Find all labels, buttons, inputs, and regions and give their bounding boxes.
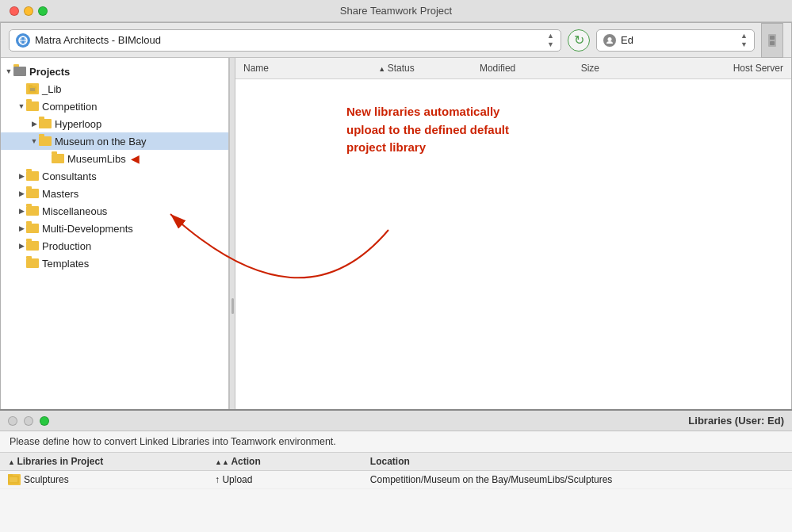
root-label: Projects [29,66,70,78]
lib-cell-location: Competition/Museum on the Bay/MuseumLibs… [370,474,784,485]
sculptures-location: Competition/Museum on the Bay/MuseumLibs… [370,474,612,485]
museumlibs-folder-icon [52,154,64,163]
tree-item-templates[interactable]: ▶ Templates [1,255,228,272]
tree-item-consultants[interactable]: ▶ Consultants [1,167,228,185]
annotation-container: New libraries automaticallyupload to the… [346,103,624,157]
root-folder-icon [13,67,26,76]
lib-col-action-header[interactable]: ▲▲ Action [215,456,370,467]
misc-label: Miscellaneous [42,205,107,217]
user-icon [603,34,616,47]
svg-rect-7 [29,86,36,93]
lib-col-location-label: Location [370,456,410,467]
divider-indicator [231,298,234,314]
hyperloop-label: Hyperloop [55,118,101,130]
maximize-button[interactable] [38,6,48,16]
svg-rect-12 [8,474,13,477]
templates-folder-icon [26,258,39,268]
user-label: Ed [621,34,736,46]
lib-title: Libraries (User: Ed) [688,415,784,427]
tree-root[interactable]: ▼ Projects [1,63,228,80]
museumlibs-arrow-indicator: ◀ [131,152,140,165]
window-controls [10,6,48,16]
lib-col-location-header[interactable]: Location [370,456,784,467]
tree-item-museum[interactable]: ▼ Museum on the Bay [1,132,228,150]
toolbar: Matra Architects - BIMcloud ▲▼ ↻ Ed ▲▼ [1,23,791,58]
lib-col-name-label: Libraries in Project [17,456,103,467]
svg-rect-13 [10,477,17,482]
multi-triangle: ▶ [17,224,26,233]
lib-name-sort-arrow: ▲ [8,458,17,466]
lib-table-header: ▲ Libraries in Project ▲▲ Action Locatio… [0,453,792,471]
multi-folder-icon [26,224,39,233]
col-name-header[interactable]: Name [243,63,378,74]
tree-item-production[interactable]: ▶ Production [1,237,228,255]
tree-item-museumlibs[interactable]: ▶ MuseumLibs ◀ [1,150,228,167]
museum-label: Museum on the Bay [55,136,147,147]
col-modified-header[interactable]: Modified [480,63,581,74]
lib-minimize-button[interactable] [24,416,33,426]
misc-folder-icon [26,206,39,216]
user-selector[interactable]: Ed ▲▼ [596,29,755,52]
museum-folder-icon [39,136,52,146]
lib-table-row[interactable]: Sculptures ↑ Upload Competition/Museum o… [0,471,792,489]
col-size-label: Size [581,63,599,74]
sculptures-action: ↑ Upload [215,474,252,485]
bimcloud-label: Matra Architects - BIMcloud [35,34,542,46]
museumlibs-label: MuseumLibs [67,153,126,165]
tree-item-lib[interactable]: ▶ _Lib [1,80,228,98]
svg-rect-5 [770,36,775,40]
svg-rect-6 [770,41,775,45]
lib-col-name-header[interactable]: ▲ Libraries in Project [8,456,215,467]
production-triangle: ▶ [17,241,26,251]
lib-close-button[interactable] [8,416,17,426]
col-status-header[interactable]: ▲ Status [378,63,480,74]
lib-action-sort-arrow: ▲▲ [215,458,231,466]
hyperloop-folder-icon [39,119,52,128]
lib-maximize-button[interactable] [40,416,49,426]
museum-triangle: ▼ [29,136,39,146]
tree-item-masters[interactable]: ▶ Masters [1,185,228,202]
root-triangle: ▼ [4,67,13,76]
svg-rect-8 [29,85,33,87]
competition-folder-icon [26,101,39,111]
lib-col-action-label: Action [231,456,260,467]
lib-cell-name: Sculptures [8,474,215,485]
user-stepper[interactable]: ▲▼ [740,32,748,48]
competition-triangle: ▼ [17,101,26,111]
masters-folder-icon [26,189,39,198]
col-size-header[interactable]: Size [581,63,649,74]
close-button[interactable] [10,6,19,16]
consultants-folder-icon [26,171,39,181]
production-folder-icon [26,241,39,251]
masters-label: Masters [42,188,78,200]
sculptures-name: Sculptures [24,474,69,485]
bimcloud-selector[interactable]: Matra Architects - BIMcloud ▲▼ [9,29,561,52]
lib-description: Please define how to convert Linked Libr… [0,431,792,453]
refresh-button[interactable]: ↻ [568,29,590,52]
competition-label: Competition [42,101,97,113]
bimcloud-stepper[interactable]: ▲▼ [547,32,554,48]
tree-item-competition[interactable]: ▼ Competition [1,98,228,115]
status-sort-arrow: ▲ [378,65,387,73]
tree-item-hyperloop[interactable]: ▶ Hyperloop [1,115,228,132]
production-label: Production [42,240,91,252]
col-host-header[interactable]: Host Server [649,63,783,74]
right-panel-toggle[interactable] [761,23,783,58]
col-host-label: Host Server [733,63,783,74]
sculptures-folder-icon [8,474,21,485]
lib-cell-action: ↑ Upload [215,474,370,485]
templates-label: Templates [42,258,89,270]
tree-item-miscellaneous[interactable]: ▶ Miscellaneous [1,202,228,220]
multi-label: Multi-Developments [42,223,133,235]
minimize-button[interactable] [24,6,33,16]
consultants-label: Consultants [42,170,97,182]
hyperloop-triangle: ▶ [29,119,39,128]
col-status-label: Status [388,63,415,74]
bimcloud-icon [16,33,30,48]
title-bar: Share Teamwork Project [0,0,792,22]
misc-triangle: ▶ [17,206,26,216]
consultants-triangle: ▶ [17,171,26,181]
tree-item-multi-dev[interactable]: ▶ Multi-Developments [1,220,228,237]
libraries-dialog: Libraries (User: Ed) Please define how t… [0,409,792,532]
col-name-label: Name [243,63,269,74]
